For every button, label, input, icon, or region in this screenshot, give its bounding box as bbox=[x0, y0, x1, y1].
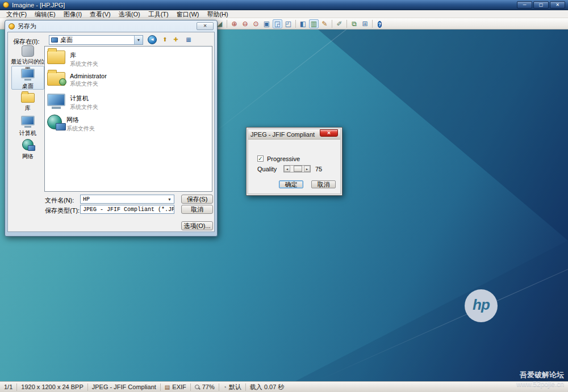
zoom-custom-icon[interactable]: ⊙ bbox=[251, 19, 261, 28]
options-button[interactable]: 选项(O)... bbox=[181, 221, 213, 230]
place-label: 库 bbox=[10, 104, 45, 112]
file-list[interactable]: 库 系统文件夹 Administrator 系统文件夹 bbox=[44, 46, 212, 192]
toolbar-separator bbox=[372, 20, 373, 28]
menu-item-view[interactable]: 查看(V) bbox=[86, 10, 115, 18]
forum-watermark: 吾爱破解论坛 www.52pojie.cn bbox=[517, 370, 564, 388]
status-image-dimensions: 1920 x 1200 x 24 BPP bbox=[17, 383, 87, 391]
file-name: 计算机 bbox=[70, 94, 98, 103]
cancel-button[interactable]: 取消 bbox=[311, 180, 336, 188]
save-dialog-title: 另存为 bbox=[18, 22, 36, 31]
save-dialog-close-button[interactable]: ✕ bbox=[197, 22, 214, 30]
chevron-down-icon[interactable]: ▼ bbox=[134, 36, 143, 44]
save-as-dialog: 另存为 ✕ 保存在(I): 桌面 ▼ ◄ ⬆ ✚ ▦ 最近访问的位置 桌面 bbox=[5, 20, 218, 237]
save-dialog-icon bbox=[9, 23, 15, 29]
save-dialog-body: 保存在(I): 桌面 ▼ ◄ ⬆ ✚ ▦ 最近访问的位置 桌面 库 bbox=[7, 32, 215, 232]
app-window: Imagine - [HP.JPG] ─ ▢ ✕ 文件(F) 编辑(E) 图像(… bbox=[0, 0, 568, 392]
quality-value: 75 bbox=[315, 166, 322, 172]
libraries-folder-icon bbox=[47, 50, 65, 64]
sidebar-item-libraries[interactable]: 库 bbox=[10, 93, 45, 112]
sidebar-item-computer[interactable]: 计算机 bbox=[10, 116, 45, 137]
file-type-combobox[interactable]: JPEG - JFIF Compliant (*.JPG;*.JPE;*. ▼ bbox=[80, 205, 174, 214]
copy-file-icon[interactable]: ⧉ bbox=[349, 19, 359, 28]
file-name: 库 bbox=[70, 51, 98, 60]
save-button[interactable]: 保存(S) bbox=[181, 195, 213, 204]
desktop-mini-icon bbox=[51, 37, 58, 43]
save-dialog-titlebar[interactable]: 另存为 ✕ bbox=[7, 20, 215, 32]
slider-right-arrow[interactable]: ► bbox=[304, 166, 310, 172]
cancel-button[interactable]: 取消 bbox=[181, 205, 213, 214]
file-row-computer[interactable]: 计算机 系统文件夹 bbox=[47, 92, 98, 111]
view-menu-button[interactable]: ▦ bbox=[182, 35, 195, 44]
file-name-value[interactable]: HP bbox=[81, 196, 90, 203]
fit-to-window-icon[interactable]: ◲ bbox=[273, 19, 282, 28]
menu-item-edit[interactable]: 编辑(E) bbox=[31, 10, 60, 18]
user-folder-icon bbox=[47, 72, 65, 86]
toolbar-separator bbox=[295, 20, 296, 28]
file-row-network[interactable]: 网络 系统文件夹 bbox=[47, 113, 95, 133]
window-title: Imagine - [HP.JPG] bbox=[12, 2, 65, 9]
resize-image-icon[interactable]: ▣ bbox=[262, 19, 272, 28]
profile-label: 默认 bbox=[229, 383, 241, 391]
status-zoom[interactable]: 77% bbox=[191, 383, 219, 391]
quality-label: Quality bbox=[257, 166, 277, 172]
recent-places-icon bbox=[22, 45, 34, 57]
network-screen-icon bbox=[28, 145, 35, 151]
file-desc: 系统文件夹 bbox=[70, 103, 98, 111]
fullscreen-icon[interactable]: ◧ bbox=[298, 19, 308, 28]
place-label: 网络 bbox=[10, 153, 45, 161]
place-label: 计算机 bbox=[10, 129, 45, 137]
status-exif[interactable]: ▤ EXIF bbox=[161, 383, 191, 391]
menu-item-tools[interactable]: 工具(T) bbox=[144, 10, 173, 18]
menu-item-options[interactable]: 选项(O) bbox=[115, 10, 144, 18]
file-row-administrator[interactable]: Administrator 系统文件夹 bbox=[47, 70, 107, 88]
menu-bar: 文件(F) 编辑(E) 图像(I) 查看(V) 选项(O) 工具(T) 窗口(W… bbox=[0, 10, 568, 18]
edit-mode-icon[interactable]: ✎ bbox=[320, 19, 329, 28]
file-type-label: 保存类型(T): bbox=[45, 206, 80, 215]
progressive-checkbox[interactable]: ✓ bbox=[257, 155, 264, 162]
back-button[interactable]: ◄ bbox=[148, 35, 157, 44]
actual-size-icon[interactable]: ◰ bbox=[283, 19, 293, 28]
jpeg-dialog-body: ✓ Progressive Quality ◄ ► 75 确定 取消 bbox=[248, 140, 340, 193]
chevron-down-icon[interactable]: ▼ bbox=[165, 195, 174, 203]
exif-label: EXIF bbox=[172, 383, 186, 391]
zoom-in-icon[interactable]: ⊕ bbox=[229, 19, 239, 28]
progressive-label: Progressive bbox=[267, 155, 300, 162]
status-bar: 1/1 1920 x 1200 x 24 BPP JPEG - JFIF Com… bbox=[0, 381, 568, 392]
quality-slider[interactable]: ◄ ► bbox=[283, 165, 311, 172]
menu-item-image[interactable]: 图像(I) bbox=[60, 10, 86, 18]
toolbar-separator bbox=[332, 20, 332, 28]
file-row-libraries[interactable]: 库 系统文件夹 bbox=[47, 49, 98, 68]
menu-item-help[interactable]: 帮助(H) bbox=[203, 10, 232, 18]
status-page-indicator: 1/1 bbox=[0, 383, 17, 391]
zoom-out-icon[interactable]: ⊖ bbox=[240, 19, 250, 28]
minimize-button[interactable]: ─ bbox=[517, 1, 532, 9]
menu-item-window[interactable]: 窗口(W) bbox=[173, 10, 203, 18]
file-desc: 系统文件夹 bbox=[66, 125, 95, 133]
computer-icon bbox=[47, 94, 65, 106]
sidebar-item-desktop[interactable]: 桌面 bbox=[10, 69, 45, 90]
network-icon bbox=[47, 115, 62, 129]
file-name: Administrator bbox=[70, 73, 107, 79]
new-folder-button[interactable]: ✚ bbox=[171, 35, 181, 44]
file-desc: 系统文件夹 bbox=[70, 60, 98, 68]
browse-images-icon[interactable]: ▥ bbox=[309, 19, 319, 28]
slider-left-arrow[interactable]: ◄ bbox=[284, 166, 290, 172]
status-profile: ◔ 默认 bbox=[219, 383, 246, 391]
slider-thumb[interactable] bbox=[294, 166, 302, 172]
jpeg-dialog-titlebar[interactable]: JPEG - JFIF Compliant ✕ bbox=[248, 129, 340, 140]
file-name-combobox[interactable]: HP ▼ bbox=[80, 195, 174, 204]
file-name-label: 文件名(N): bbox=[45, 196, 74, 205]
save-in-combobox[interactable]: 桌面 ▼ bbox=[49, 35, 143, 45]
save-in-label: 保存在(I): bbox=[13, 37, 39, 46]
maximize-button[interactable]: ▢ bbox=[533, 1, 549, 9]
jpeg-dialog-close-button[interactable]: ✕ bbox=[320, 129, 338, 137]
help-icon[interactable]: ? bbox=[378, 21, 382, 28]
close-button[interactable]: ✕ bbox=[550, 1, 565, 9]
file-type-value: JPEG - JFIF Compliant (*.JPG;*.JPE;*. bbox=[81, 206, 174, 213]
sidebar-item-network[interactable]: 网络 bbox=[10, 139, 45, 161]
ok-button[interactable]: 确定 bbox=[279, 180, 303, 188]
tools-icon[interactable]: ✐ bbox=[335, 19, 344, 28]
menu-item-file[interactable]: 文件(F) bbox=[2, 10, 31, 18]
up-one-level-button[interactable]: ⬆ bbox=[160, 35, 170, 44]
move-file-icon[interactable]: ⊞ bbox=[360, 19, 370, 28]
